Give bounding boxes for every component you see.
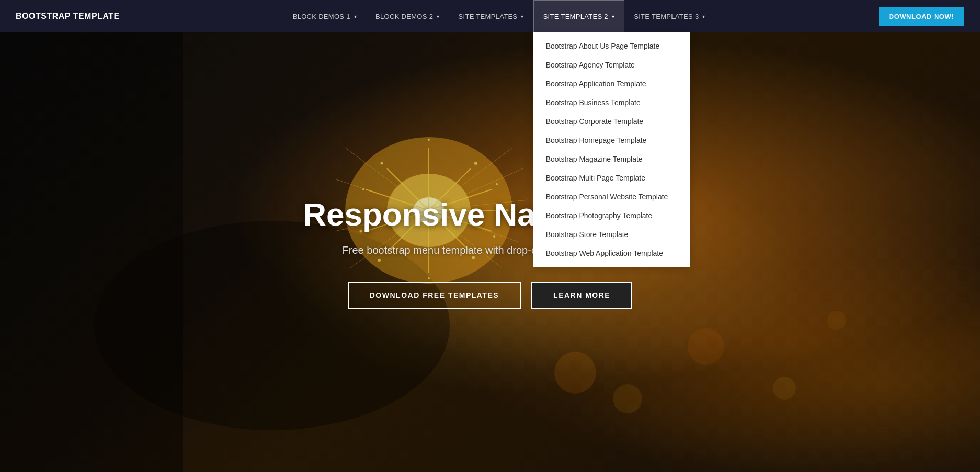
nav-item-site-templates-3: SITE TEMPLATES 3 ▾ [624,0,715,32]
dropdown-item-homepage[interactable]: Bootstrap Homepage Template [533,131,690,150]
nav-link-site-templates-3[interactable]: SITE TEMPLATES 3 ▾ [624,0,715,32]
hero-section: Responsive Navbar Tem Free bootstrap men… [0,32,980,472]
dropdown-item-agency[interactable]: Bootstrap Agency Template [533,55,690,74]
caret-icon: ▾ [521,14,523,19]
dropdown-item-personal-website[interactable]: Bootstrap Personal Website Template [533,187,690,206]
dropdown-item-web-application[interactable]: Bootstrap Web Application Template [533,244,690,263]
dropdown-item-magazine[interactable]: Bootstrap Magazine Template [533,150,690,168]
nav-link-block-demos-2[interactable]: BLOCK DEMOS 2 ▾ [366,0,449,32]
dropdown-item-application[interactable]: Bootstrap Application Template [533,74,690,93]
learn-more-button[interactable]: LEARN MORE [531,282,632,309]
nav-item-site-templates-2: SITE TEMPLATES 2 ▾ Bootstrap About Us Pa… [533,0,625,32]
download-now-button[interactable]: DOWNLOAD NOW! [879,7,964,26]
nav-link-site-templates[interactable]: SITE TEMPLATES ▾ [449,0,533,32]
nav-link-site-templates-2[interactable]: SITE TEMPLATES 2 ▾ [533,0,625,32]
dropdown-item-about-us[interactable]: Bootstrap About Us Page Template [533,37,690,55]
hero-buttons: DOWNLOAD FREE TEMPLATES LEARN MORE [303,282,677,309]
dropdown-item-corporate[interactable]: Bootstrap Corporate Template [533,112,690,131]
nav-item-block-demos-1: BLOCK DEMOS 1 ▾ [283,0,366,32]
caret-icon: ▾ [354,14,357,19]
dropdown-item-business[interactable]: Bootstrap Business Template [533,93,690,112]
nav-item-site-templates: SITE TEMPLATES ▾ [449,0,533,32]
navbar-brand: BOOTSTRAP TEMPLATE [16,12,120,21]
navbar: BOOTSTRAP TEMPLATE BLOCK DEMOS 1 ▾ BLOCK… [0,0,980,32]
dropdown-item-multi-page[interactable]: Bootstrap Multi Page Template [533,168,690,187]
caret-icon: ▾ [612,14,614,19]
dropdown-item-store[interactable]: Bootstrap Store Template [533,225,690,244]
caret-icon: ▾ [702,14,705,19]
navbar-nav: BLOCK DEMOS 1 ▾ BLOCK DEMOS 2 ▾ SITE TEM… [283,0,715,32]
caret-icon: ▾ [437,14,439,19]
nav-link-block-demos-1[interactable]: BLOCK DEMOS 1 ▾ [283,0,366,32]
download-templates-button[interactable]: DOWNLOAD FREE TEMPLATES [348,282,521,309]
nav-item-block-demos-2: BLOCK DEMOS 2 ▾ [366,0,449,32]
dropdown-item-photography[interactable]: Bootstrap Photography Template [533,206,690,225]
site-templates-2-dropdown: Bootstrap About Us Page Template Bootstr… [533,32,690,267]
